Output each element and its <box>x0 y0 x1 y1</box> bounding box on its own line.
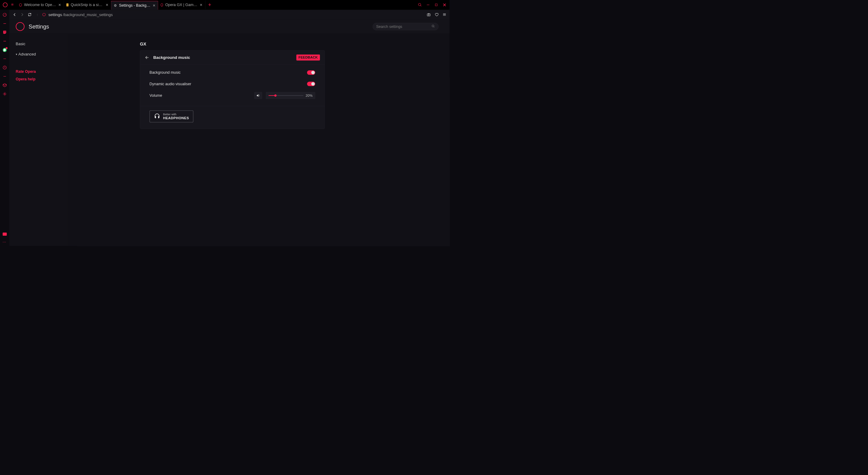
url-menu-icon[interactable]: ⋮ <box>35 12 40 17</box>
tab-settings[interactable]: ⚙ Settings - Background mus ✕ <box>111 1 158 10</box>
tab-title: Opera GX | Gaming Browse <box>165 3 197 7</box>
minimize-button[interactable] <box>426 2 431 7</box>
opera-logo-large-icon <box>16 22 25 31</box>
heart-icon[interactable] <box>434 12 439 17</box>
dash-icon[interactable] <box>2 21 7 26</box>
sidebar-link-rate-opera[interactable]: Rate Opera <box>9 68 67 75</box>
tab-title: QuickSnip is a simple scree <box>71 3 103 7</box>
tab-title: Welcome to Opera GX! <box>24 3 56 7</box>
back-button[interactable] <box>12 12 17 17</box>
card-title: Background music <box>153 55 190 60</box>
page-title: Settings <box>29 23 49 30</box>
row-volume: Volume 20% <box>145 90 320 103</box>
settings-sidebar: Basic ▾ Advanced Rate Opera Opera help <box>9 34 68 246</box>
slider-track[interactable] <box>269 95 304 96</box>
tab-welcome[interactable]: Welcome to Opera GX! ✕ <box>17 1 64 9</box>
svg-line-18 <box>434 27 434 27</box>
gear-icon: ⚙ <box>114 3 117 7</box>
gx-badge-icon[interactable] <box>10 2 14 7</box>
row-label: Background music <box>150 70 181 75</box>
chevron-down-icon: ▾ <box>16 53 17 56</box>
svg-rect-12 <box>427 14 430 16</box>
background-music-card: Background music FEEDBACK Background mus… <box>140 50 325 129</box>
close-icon[interactable]: ✕ <box>153 3 155 7</box>
player-icon[interactable] <box>3 233 7 236</box>
svg-line-1 <box>420 5 421 6</box>
twitch-icon[interactable] <box>2 30 7 35</box>
svg-point-0 <box>418 3 421 6</box>
reload-button[interactable] <box>27 12 32 17</box>
search-tabs-icon[interactable] <box>417 2 423 7</box>
volume-slider[interactable]: 20% <box>266 92 315 99</box>
slider-thumb[interactable] <box>274 94 277 96</box>
settings-search-input[interactable] <box>376 24 432 29</box>
url-display[interactable]: settings/background_music_settings <box>49 12 113 17</box>
close-icon[interactable]: ✕ <box>105 3 108 7</box>
sidebar-item-advanced[interactable]: ▾ Advanced <box>9 50 67 58</box>
dash-icon[interactable] <box>2 74 7 78</box>
new-tab-button[interactable]: + <box>206 2 214 8</box>
svg-rect-3 <box>435 4 437 6</box>
search-icon <box>432 25 435 29</box>
settings-header: Settings <box>9 20 450 34</box>
sidebar-link-opera-help[interactable]: Opera help <box>9 75 67 83</box>
svg-point-13 <box>428 14 429 15</box>
opera-favicon-icon <box>160 3 163 6</box>
forward-button[interactable] <box>20 12 25 17</box>
row-dynamic-visualiser: Dynamic audio visualiser <box>145 78 320 90</box>
dash-icon[interactable] <box>2 39 7 43</box>
close-icon[interactable]: ✕ <box>58 3 61 7</box>
quicksnip-favicon-icon <box>66 3 69 6</box>
close-window-button[interactable]: ✕ <box>442 2 447 7</box>
site-identity-icon[interactable] <box>42 13 45 16</box>
sidebar-item-label: Advanced <box>19 52 36 56</box>
address-bar: ⋮ settings/background_music_settings <box>9 10 450 20</box>
settings-search[interactable] <box>373 23 439 30</box>
more-icon[interactable]: … <box>2 239 7 243</box>
settings-gear-icon[interactable] <box>2 92 7 96</box>
window-titlebar: Welcome to Opera GX! ✕ QuickSnip is a si… <box>0 0 450 10</box>
tab-quicksnip[interactable]: QuickSnip is a simple scree ✕ <box>64 1 111 9</box>
maximize-button[interactable] <box>434 2 439 7</box>
speed-dial-icon[interactable] <box>2 12 7 17</box>
easy-setup-icon[interactable] <box>442 12 447 17</box>
row-label: Dynamic audio visualiser <box>150 82 191 86</box>
svg-point-17 <box>432 25 434 27</box>
opera-favicon-icon <box>19 3 22 6</box>
headphones-small-text: Better with <box>163 113 189 116</box>
snapshot-icon[interactable] <box>426 12 431 17</box>
speaker-icon <box>256 93 260 97</box>
tab-opera-gx-site[interactable]: Opera GX | Gaming Browse ✕ <box>158 1 205 9</box>
toggle-background-music[interactable] <box>307 70 315 75</box>
extensions-icon[interactable] <box>2 83 7 88</box>
row-background-music: Background music <box>145 67 320 78</box>
close-icon[interactable]: ✕ <box>200 3 203 7</box>
volume-value: 20% <box>306 93 313 97</box>
mute-button[interactable] <box>254 92 262 99</box>
headphones-banner: Better with HEADPHONES <box>150 110 194 122</box>
history-icon[interactable] <box>2 65 7 70</box>
tab-title: Settings - Background mus <box>119 3 151 8</box>
headphones-icon <box>154 113 160 120</box>
back-arrow-icon[interactable] <box>145 55 150 60</box>
svg-point-11 <box>4 93 5 95</box>
headphones-big-text: HEADPHONES <box>163 116 189 120</box>
left-sidebar-rail: … <box>0 10 9 246</box>
feedback-button[interactable]: FEEDBACK <box>296 55 320 61</box>
section-heading: GX <box>140 41 450 47</box>
whatsapp-icon[interactable] <box>2 48 7 52</box>
opera-logo-icon[interactable] <box>3 2 8 7</box>
url-host: settings <box>49 12 62 17</box>
tab-strip: Welcome to Opera GX! ✕ QuickSnip is a si… <box>17 0 214 10</box>
url-path: /background_music_settings <box>63 12 113 17</box>
settings-content: GX Background music FEEDBACK Background … <box>68 34 450 246</box>
sidebar-item-basic[interactable]: Basic <box>9 40 67 48</box>
dash-icon[interactable] <box>2 56 7 61</box>
row-label: Volume <box>150 93 162 98</box>
toggle-dynamic-visualiser[interactable] <box>307 82 315 86</box>
